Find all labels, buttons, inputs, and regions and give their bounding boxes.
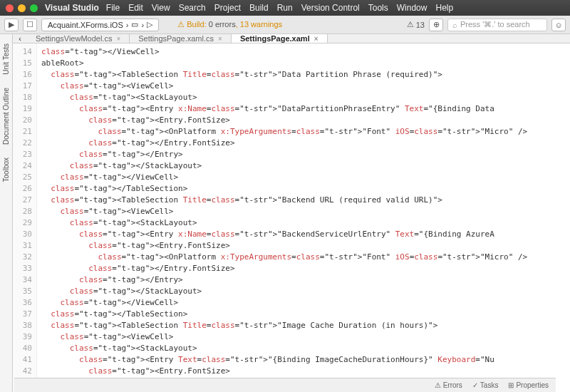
app-name: Visual Studio [45, 3, 99, 13]
title-bar: Visual Studio File Edit View Search Proj… [0, 0, 570, 16]
warnings-badge[interactable]: ⚠ 13 [407, 20, 425, 29]
target-label: Acquaint.XForms.iOS [48, 21, 123, 29]
menu-edit[interactable]: Edit [128, 3, 143, 13]
status-properties[interactable]: ⊞ Properties [508, 381, 549, 389]
sidebar-tab-toolbox[interactable]: Toolbox [0, 153, 12, 187]
search-icon: ⌕ [452, 21, 457, 29]
search-placeholder: Press '⌘.' to search [460, 20, 530, 29]
close-window-button[interactable] [6, 4, 14, 12]
notifications-button[interactable]: ⊕ [429, 19, 443, 31]
build-errors: 0 errors [209, 20, 236, 29]
menu-search[interactable]: Search [179, 3, 206, 13]
toolbar: ▶ ☐ Acquaint.XForms.iOS › ▭ › ▷ ⚠ Build:… [0, 16, 570, 34]
nav-back-button[interactable]: ‹ [13, 34, 27, 43]
menu-help[interactable]: Help [435, 3, 453, 13]
chevron-right-icon: › [126, 21, 129, 29]
sidebar-tab-document-outline[interactable]: Document Outline [0, 83, 12, 150]
global-search[interactable]: ⌕ Press '⌘.' to search [447, 19, 547, 31]
status-tasks[interactable]: ✓ Tasks [472, 381, 499, 389]
sidebar-tab-unit-tests[interactable]: Unit Tests [0, 38, 12, 80]
status-bar: ⚠ Errors ✓ Tasks ⊞ Properties [14, 378, 556, 392]
code-area[interactable]: class="t-tag"></ViewCell> ableRoot> clas… [37, 43, 570, 392]
menu-version-control[interactable]: Version Control [301, 3, 360, 13]
file-tab[interactable]: SettingsPage.xaml.cs× [130, 34, 232, 43]
target-selector[interactable]: Acquaint.XForms.iOS › ▭ › ▷ [41, 19, 159, 31]
close-icon[interactable]: × [116, 35, 120, 43]
menu-window[interactable]: Window [397, 3, 428, 13]
chevron-right-icon: › [141, 21, 144, 29]
file-tab-active[interactable]: SettingsPage.xaml× [232, 34, 328, 43]
menu-tools[interactable]: Tools [368, 3, 388, 13]
file-tab[interactable]: SettingsViewModel.cs× [27, 34, 130, 43]
device-glyph-icon: ▭ [131, 20, 138, 29]
build-warnings: 13 warnings [240, 20, 282, 29]
close-icon[interactable]: × [314, 35, 318, 43]
status-errors[interactable]: ⚠ Errors [435, 381, 462, 389]
run-glyph-icon: ▷ [147, 20, 152, 29]
menu-view[interactable]: View [152, 3, 170, 13]
build-status: ⚠ Build: 0 errors, 13 warnings [177, 20, 282, 29]
zoom-window-button[interactable] [30, 4, 38, 12]
window-controls [6, 4, 38, 12]
menu-file[interactable]: File [106, 3, 120, 13]
content-area: ‹ SettingsViewModel.cs× SettingsPage.xam… [13, 34, 570, 392]
menu-bar: File Edit View Search Project Build Run … [106, 3, 453, 13]
minimize-window-button[interactable] [18, 4, 26, 12]
left-sidebar-tabs: Unit Tests Document Outline Toolbox [0, 34, 13, 392]
menu-run[interactable]: Run [277, 3, 293, 13]
configuration-button[interactable]: ☐ [23, 19, 37, 31]
menu-project[interactable]: Project [214, 3, 241, 13]
line-gutter: 14 15 16 17 18 19 20 21 22 23 24 25 26 2… [13, 43, 37, 392]
code-editor[interactable]: 14 15 16 17 18 19 20 21 22 23 24 25 26 2… [13, 43, 570, 392]
menu-build[interactable]: Build [249, 3, 269, 13]
close-icon[interactable]: × [218, 35, 222, 43]
file-tabs: ‹ SettingsViewModel.cs× SettingsPage.xam… [13, 34, 570, 43]
account-button[interactable]: ☺ [551, 19, 566, 31]
build-prefix: Build: [187, 20, 209, 29]
run-button[interactable]: ▶ [4, 19, 19, 31]
main-area: Unit Tests Document Outline Toolbox ‹ Se… [0, 34, 570, 392]
